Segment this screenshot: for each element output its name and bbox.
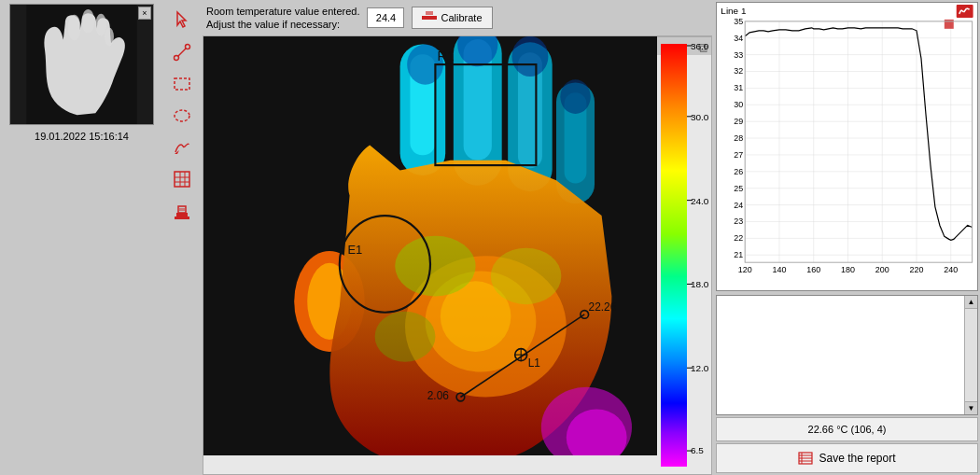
- svg-text:24.0: 24.0: [691, 196, 709, 206]
- svg-text:36.0: 36.0: [691, 41, 709, 51]
- svg-point-5: [175, 56, 179, 61]
- freehand-tool[interactable]: [169, 134, 195, 161]
- freehand-icon: [172, 137, 192, 158]
- timestamp: 19.01.2022 15:16:14: [35, 131, 129, 142]
- calibrate-label: Calibrate: [441, 12, 482, 23]
- svg-point-6: [186, 45, 190, 49]
- ellipse-tool[interactable]: [169, 103, 195, 129]
- calibrate-button[interactable]: Calibrate: [412, 7, 492, 29]
- svg-text:31: 31: [734, 83, 743, 92]
- svg-text:28: 28: [734, 133, 743, 143]
- stamp-tool[interactable]: [169, 198, 195, 224]
- svg-text:18.0: 18.0: [691, 279, 709, 289]
- pointer-tool[interactable]: [169, 7, 195, 34]
- svg-rect-20: [175, 217, 189, 219]
- svg-text:180: 180: [841, 265, 855, 274]
- svg-text:R1: R1: [438, 49, 455, 63]
- svg-rect-21: [422, 16, 437, 20]
- svg-text:29: 29: [734, 117, 743, 126]
- top-bar-message1: Room temperature value entered.: [206, 5, 359, 18]
- svg-point-9: [175, 110, 189, 121]
- top-bar: Room temperature value entered. Adjust t…: [201, 0, 714, 35]
- top-bar-message2: Adjust the value if necessary:: [206, 18, 359, 31]
- svg-text:220: 220: [910, 265, 924, 274]
- svg-text:35: 35: [734, 17, 743, 26]
- svg-text:6.5: 6.5: [691, 445, 704, 455]
- svg-rect-59: [661, 44, 687, 467]
- colorbar-gradient: 36.0 30.0 24.0 18.0 12.0 6.5: [657, 36, 711, 474]
- colorbar: 36.0 30.0 24.0 18.0 12.0 6.5: [657, 36, 711, 474]
- thumbnail-box: ×: [9, 4, 154, 125]
- save-report-label: Save the report: [819, 452, 895, 465]
- close-button[interactable]: ×: [138, 7, 151, 20]
- svg-point-39: [375, 312, 436, 362]
- svg-point-42: [511, 36, 548, 77]
- main-area: Room temperature value entered. Adjust t…: [201, 0, 714, 475]
- svg-point-38: [491, 248, 562, 304]
- svg-text:160: 160: [806, 265, 820, 274]
- svg-text:30.0: 30.0: [691, 112, 709, 122]
- svg-point-1: [68, 15, 81, 41]
- svg-text:140: 140: [773, 265, 787, 274]
- svg-text:30: 30: [734, 100, 743, 109]
- svg-point-43: [560, 79, 590, 114]
- right-panel: Line 1: [714, 0, 980, 475]
- data-area: ▲ ▼: [716, 295, 978, 415]
- svg-point-2: [82, 9, 95, 34]
- svg-text:23: 23: [734, 217, 743, 226]
- svg-text:2.06: 2.06: [427, 389, 450, 402]
- svg-point-37: [395, 236, 475, 297]
- ellipse-icon: [172, 105, 192, 126]
- svg-rect-8: [175, 78, 189, 90]
- stamp-icon: [172, 201, 192, 221]
- svg-line-7: [178, 49, 186, 56]
- chart-area: Line 1: [716, 2, 978, 291]
- line-chart: Line 1: [717, 3, 977, 290]
- svg-text:120: 120: [738, 265, 752, 274]
- rectangle-tool[interactable]: [169, 71, 195, 97]
- thumbnail-image: [10, 5, 153, 124]
- scroll-up-button[interactable]: ▲: [965, 296, 977, 309]
- svg-point-3: [95, 14, 106, 36]
- svg-line-77: [967, 8, 970, 9]
- grid-icon: [172, 169, 192, 189]
- top-bar-messages: Room temperature value entered. Adjust t…: [206, 5, 359, 32]
- scrollbar[interactable]: ▲ ▼: [964, 296, 977, 414]
- svg-text:L1: L1: [528, 356, 541, 370]
- arrow-icon: [172, 10, 192, 31]
- svg-rect-72: [717, 3, 976, 290]
- toolbar: [163, 0, 201, 475]
- svg-text:200: 200: [875, 265, 889, 274]
- thermal-image: R1 E1 22.26 2.06 L1: [203, 36, 657, 455]
- save-icon: [798, 452, 813, 465]
- status-bar: 22.66 °C (106, 4): [716, 417, 978, 441]
- save-report-button[interactable]: Save the report: [716, 443, 978, 473]
- svg-text:22.26: 22.26: [589, 300, 617, 314]
- chart-title: Line 1: [721, 6, 747, 16]
- svg-text:33: 33: [734, 50, 743, 60]
- svg-rect-22: [426, 11, 433, 15]
- status-text: 22.66 °C (106, 4): [808, 424, 887, 435]
- calibrate-icon: [422, 11, 437, 24]
- temperature-input[interactable]: [367, 7, 404, 28]
- left-panel: × 19.01.2022 15:16:14: [0, 0, 163, 475]
- svg-text:24: 24: [734, 201, 743, 210]
- svg-text:27: 27: [734, 150, 743, 160]
- svg-text:12.0: 12.0: [691, 363, 709, 373]
- grid-tool[interactable]: [169, 166, 195, 192]
- line-tool[interactable]: [169, 39, 195, 65]
- svg-point-4: [105, 28, 114, 47]
- svg-text:32: 32: [734, 67, 743, 77]
- svg-text:240: 240: [944, 265, 958, 274]
- rectangle-icon: [172, 74, 192, 94]
- svg-text:E1: E1: [347, 243, 362, 257]
- svg-text:21: 21: [734, 250, 743, 259]
- scroll-down-button[interactable]: ▼: [965, 401, 977, 414]
- svg-text:25: 25: [734, 184, 743, 193]
- svg-text:34: 34: [734, 34, 743, 43]
- bottom-right-area: ▲ ▼ 22.66 °C (106, 4) Save the report: [716, 295, 978, 473]
- svg-text:26: 26: [734, 167, 743, 176]
- line-icon: [172, 42, 192, 63]
- svg-rect-10: [175, 172, 189, 187]
- svg-text:22: 22: [734, 233, 743, 243]
